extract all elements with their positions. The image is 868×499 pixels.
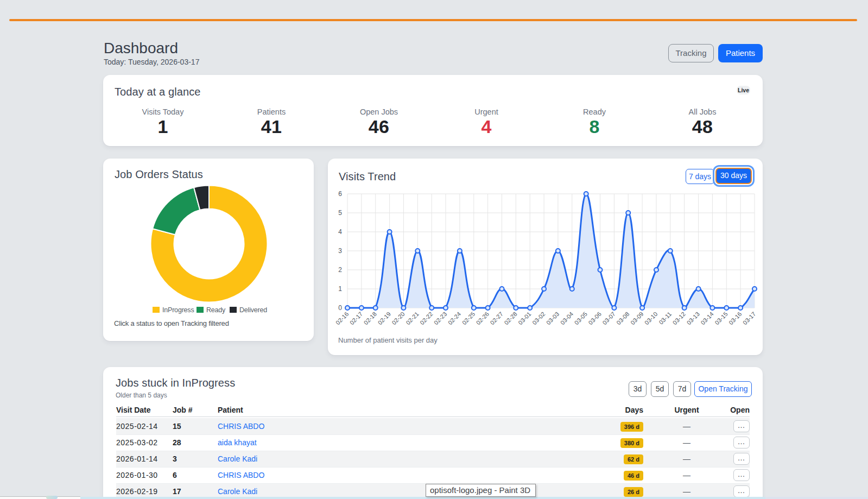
svg-text:03-11: 03-11 — [657, 311, 673, 326]
svg-text:03-07: 03-07 — [601, 311, 616, 326]
svg-text:03-08: 03-08 — [615, 311, 630, 326]
svg-text:03-04: 03-04 — [559, 311, 574, 326]
svg-text:02-27: 02-27 — [489, 311, 504, 326]
svg-text:02-20: 02-20 — [390, 311, 406, 326]
svg-text:02-28: 02-28 — [503, 311, 518, 326]
svg-text:02-25: 02-25 — [461, 311, 476, 326]
svg-text:02-16: 02-16 — [334, 311, 350, 326]
svg-text:02-26: 02-26 — [475, 311, 490, 326]
svg-text:6: 6 — [338, 190, 342, 198]
svg-text:03-14: 03-14 — [699, 311, 714, 326]
svg-text:02-19: 02-19 — [377, 311, 392, 326]
svg-text:03-01: 03-01 — [517, 311, 532, 326]
svg-text:03-06: 03-06 — [587, 311, 603, 326]
svg-text:02-22: 02-22 — [419, 311, 434, 326]
svg-text:02-18: 02-18 — [363, 311, 378, 326]
svg-text:03-05: 03-05 — [573, 311, 588, 326]
svg-text:1: 1 — [338, 285, 342, 293]
svg-text:02-23: 02-23 — [433, 311, 448, 326]
svg-text:03-02: 03-02 — [531, 311, 546, 326]
svg-text:5: 5 — [338, 209, 342, 217]
svg-text:03-09: 03-09 — [629, 311, 644, 326]
svg-text:02-24: 02-24 — [447, 311, 462, 326]
svg-text:0: 0 — [338, 304, 342, 312]
svg-text:3: 3 — [338, 247, 342, 255]
svg-text:02-17: 02-17 — [349, 311, 364, 326]
svg-text:03-15: 03-15 — [713, 311, 728, 326]
svg-text:2: 2 — [338, 266, 342, 274]
svg-text:03-12: 03-12 — [671, 311, 687, 326]
svg-text:03-10: 03-10 — [643, 311, 658, 326]
svg-text:03-17: 03-17 — [742, 311, 757, 326]
svg-text:03-03: 03-03 — [545, 311, 560, 326]
svg-text:03-13: 03-13 — [686, 311, 701, 326]
svg-text:03-16: 03-16 — [727, 311, 743, 326]
svg-text:4: 4 — [338, 228, 342, 236]
svg-text:02-21: 02-21 — [404, 311, 420, 326]
